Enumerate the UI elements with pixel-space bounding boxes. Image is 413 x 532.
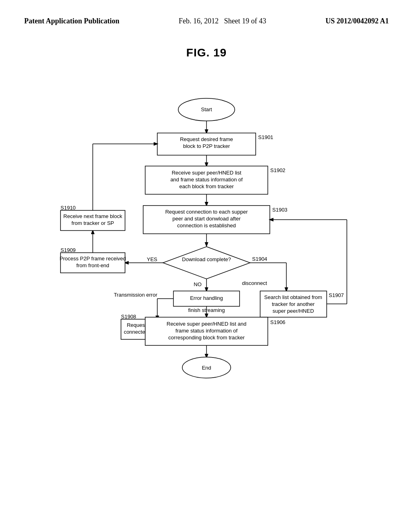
svg-text:disconnect: disconnect: [242, 280, 267, 286]
svg-text:peer and start donwload after: peer and start donwload after: [172, 216, 241, 222]
svg-text:NO: NO: [194, 281, 202, 287]
svg-text:S1903: S1903: [272, 207, 288, 213]
page-header: Patent Application Publication Feb. 16, …: [0, 0, 413, 34]
svg-text:and frame status information o: and frame status information of: [170, 177, 243, 183]
svg-text:block to P2P tracker: block to P2P tracker: [183, 143, 230, 149]
svg-text:Start: Start: [201, 106, 212, 112]
svg-text:frame status information of: frame status information of: [175, 328, 238, 334]
svg-text:S1910: S1910: [60, 205, 76, 211]
svg-text:Receive super peer/HNED list: Receive super peer/HNED list: [172, 170, 242, 176]
svg-text:End: End: [202, 365, 211, 371]
publication-number: US 2012/0042092 A1: [325, 16, 389, 26]
svg-text:Request connection to each sup: Request connection to each supper: [165, 209, 248, 215]
svg-marker-20: [163, 247, 250, 279]
svg-text:corresponding block from track: corresponding block from tracker: [168, 335, 245, 341]
flowchart-diagram: Start Request desired frame block to P2P…: [0, 75, 413, 519]
svg-text:Transmission error: Transmission error: [114, 292, 158, 298]
svg-text:from tracker or SP: from tracker or SP: [71, 220, 114, 226]
publication-date: Feb. 16, 2012 Sheet 19 of 43: [179, 16, 266, 26]
svg-text:Request desired frame: Request desired frame: [180, 136, 233, 142]
svg-text:S1907: S1907: [329, 292, 344, 298]
svg-text:S1908: S1908: [121, 314, 136, 320]
svg-text:S1909: S1909: [60, 247, 76, 253]
svg-text:from front-end: from front-end: [76, 262, 109, 268]
svg-text:connection is established: connection is established: [177, 222, 236, 229]
svg-text:YES: YES: [147, 256, 157, 262]
svg-text:Error handling: Error handling: [190, 295, 223, 301]
svg-text:Receive super peer/HNED list a: Receive super peer/HNED list and: [167, 321, 246, 327]
figure-title: FIG. 19: [0, 46, 413, 59]
svg-text:Download complete?: Download complete?: [182, 256, 231, 262]
svg-text:tracker for another: tracker for another: [272, 301, 315, 307]
svg-text:S1906: S1906: [270, 319, 286, 325]
svg-text:Receive next frame block: Receive next frame block: [63, 213, 122, 219]
svg-text:S1902: S1902: [270, 167, 286, 173]
svg-text:super peer/HNED: super peer/HNED: [273, 308, 314, 314]
svg-text:S1904: S1904: [252, 256, 267, 262]
svg-text:each block from tracker: each block from tracker: [179, 183, 234, 189]
svg-text:Process P2P frame received: Process P2P frame received: [60, 256, 126, 262]
publication-title: Patent Application Publication: [24, 16, 119, 26]
svg-text:Search list obtained from: Search list obtained from: [264, 294, 322, 300]
svg-text:S1901: S1901: [258, 134, 273, 140]
